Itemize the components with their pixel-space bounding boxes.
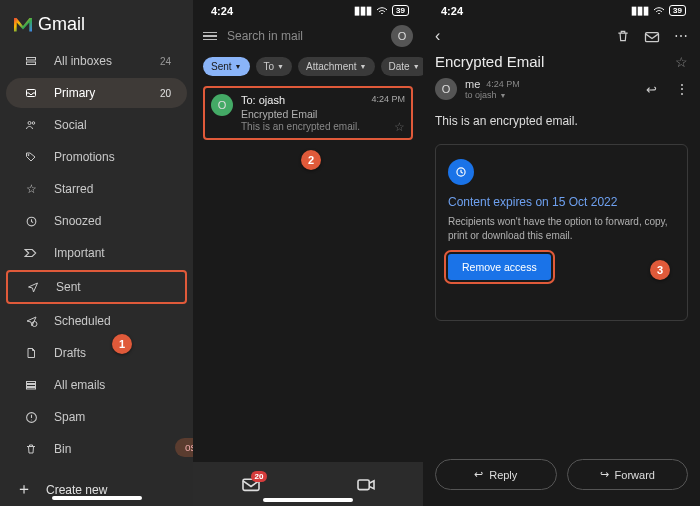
chip-attachment[interactable]: Attachment ▼: [298, 57, 375, 76]
important-icon: [22, 248, 40, 258]
sidebar-item-primary[interactable]: Primary 20: [6, 78, 187, 108]
sidebar-item-social[interactable]: Social: [6, 110, 187, 140]
callout-badge-2: 2: [301, 150, 321, 170]
subject-row: Encrypted Email ☆: [435, 53, 688, 78]
status-right: ▮▮▮ 39: [631, 4, 686, 17]
email-subject: Encrypted Email: [435, 53, 544, 70]
chevron-down-icon: ▼: [360, 63, 367, 70]
star-icon[interactable]: ☆: [394, 120, 405, 134]
sidebar-item-label: Drafts: [54, 346, 86, 360]
remove-access-button[interactable]: Remove access: [448, 254, 551, 280]
sidebar-item-label: Promotions: [54, 150, 115, 164]
sender-name: me: [465, 78, 480, 90]
bottom-nav: 20: [193, 462, 423, 506]
chip-date[interactable]: Date ▼: [381, 57, 423, 76]
sidebar-item-label: Social: [54, 118, 87, 132]
sender-row: O me 4:24 PM to ojash ▼ ↩ ⋮: [435, 78, 688, 110]
sidebar-item-label: Snoozed: [54, 214, 101, 228]
sender-meta[interactable]: me 4:24 PM to ojash ▼: [465, 78, 520, 100]
sidebar-item-important[interactable]: Important: [6, 238, 187, 268]
sidebar-item-scheduled[interactable]: Scheduled: [6, 306, 187, 336]
confidential-title: Content expires on 15 Oct 2022: [448, 195, 675, 209]
star-icon[interactable]: ☆: [675, 54, 688, 70]
email-row[interactable]: O To: ojash Encrypted Email This is an e…: [203, 86, 413, 140]
chip-to[interactable]: To ▼: [256, 57, 293, 76]
svg-rect-8: [27, 382, 36, 384]
sidebar-item-count: 24: [160, 56, 171, 67]
callout-badge-1: 1: [112, 334, 132, 354]
sent-time: 4:24 PM: [486, 79, 520, 89]
menu-icon[interactable]: [203, 32, 217, 41]
sidebar-item-bin[interactable]: Bin: [6, 434, 187, 464]
svg-point-3: [28, 122, 31, 125]
recipient-line: to ojash: [465, 90, 497, 100]
status-time: 4:24: [441, 5, 463, 17]
app-name: Gmail: [38, 14, 85, 35]
sidebar-item-promotions[interactable]: Promotions: [6, 142, 187, 172]
forward-label: Forward: [615, 469, 655, 481]
signal-icon: ▮▮▮: [631, 4, 649, 17]
email-snippet: This is an encrypted email.: [241, 121, 405, 132]
meet-tab[interactable]: [356, 476, 376, 492]
sidebar-item-label: Important: [54, 246, 105, 260]
sidebar-item-label: Bin: [54, 442, 71, 456]
reply-icon: ↩: [474, 468, 483, 481]
sidebar-header: Gmail: [0, 0, 193, 45]
svg-point-5: [28, 154, 29, 155]
gmail-logo: Gmail: [14, 14, 85, 35]
sidebar-item-drafts[interactable]: Drafts: [6, 338, 187, 368]
svg-point-4: [32, 122, 35, 125]
file-icon: [22, 346, 40, 360]
sidebar: Gmail O All inboxes 24 Primary 20 Social…: [0, 0, 193, 506]
more-icon[interactable]: ⋮: [675, 81, 688, 97]
reply-label: Reply: [489, 469, 517, 481]
wifi-icon: [376, 6, 388, 16]
sidebar-item-snoozed[interactable]: Snoozed: [6, 206, 187, 236]
sidebar-item-starred[interactable]: ☆ Starred: [6, 174, 187, 204]
plus-icon: ＋: [16, 479, 32, 500]
reply-icon[interactable]: ↩: [646, 82, 657, 97]
mark-unread-button[interactable]: [644, 30, 660, 43]
chip-sent[interactable]: Sent ▼: [203, 57, 250, 76]
sidebar-item-sent[interactable]: Sent: [6, 270, 187, 304]
sidebar-item-spam[interactable]: Spam: [6, 402, 187, 432]
sidebar-item-all-emails[interactable]: All emails: [6, 370, 187, 400]
svg-rect-14: [646, 32, 659, 41]
status-time: 4:24: [211, 5, 233, 17]
email-body: This is an encrypted email.: [435, 110, 688, 140]
home-indicator: [263, 498, 353, 502]
stack-icon: [22, 379, 40, 391]
status-bar: 4:24 ▮▮▮ 39: [435, 0, 688, 17]
account-avatar[interactable]: O: [391, 25, 413, 47]
sidebar-item-label: Sent: [56, 280, 81, 294]
forward-button[interactable]: ↪ Forward: [567, 459, 689, 490]
mail-tab[interactable]: 20: [241, 476, 261, 492]
svg-rect-10: [27, 388, 36, 390]
back-button[interactable]: ‹: [435, 27, 440, 45]
more-button[interactable]: ⋯: [674, 28, 688, 44]
sidebar-item-label: Spam: [54, 410, 85, 424]
callout-badge-3: 3: [650, 260, 670, 280]
star-icon: ☆: [22, 182, 40, 196]
tag-icon: [22, 151, 40, 163]
svg-rect-9: [27, 385, 36, 387]
create-new-label: Create new: [46, 483, 107, 497]
signal-icon: ▮▮▮: [354, 4, 372, 17]
sidebar-item-all-inboxes[interactable]: All inboxes 24: [6, 46, 187, 76]
action-buttons: ↩ Reply ↪ Forward: [435, 459, 688, 490]
email-subject: Encrypted Email: [241, 108, 405, 120]
reply-button[interactable]: ↩ Reply: [435, 459, 557, 490]
people-icon: [22, 119, 40, 131]
confidential-subtitle: Recipients won't have the option to forw…: [448, 215, 675, 242]
send-icon: [24, 281, 42, 293]
trash-icon: [22, 442, 40, 456]
app-bar: ‹ ⋯: [435, 17, 688, 53]
sender-avatar: O: [211, 94, 233, 116]
sender-avatar: O: [435, 78, 457, 100]
search-bar[interactable]: Search in mail O: [203, 25, 413, 47]
delete-button[interactable]: [616, 28, 630, 44]
svg-rect-1: [27, 62, 36, 65]
filter-chips: Sent ▼ To ▼ Attachment ▼ Date ▼ Is u: [193, 55, 423, 82]
inbox-icon: [22, 87, 40, 99]
chevron-down-icon: ▼: [500, 92, 507, 99]
